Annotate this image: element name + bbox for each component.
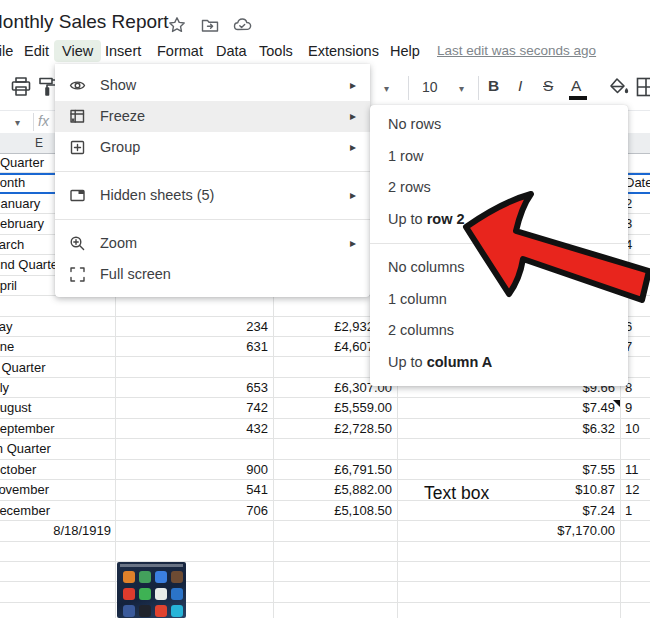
cell-gbp[interactable]: £6,791.50 (273, 460, 397, 479)
cell-label[interactable] (0, 582, 115, 601)
sheet-row[interactable]: November541£5,882.00$10.8712 (0, 480, 650, 500)
freeze-option-up-to-row-2[interactable]: Up to row 2 (370, 204, 628, 236)
sheet-row[interactable]: September432£2,728.50$6.3210 (0, 419, 650, 439)
bold-button[interactable]: B (488, 77, 499, 95)
cell-date[interactable] (620, 603, 650, 618)
borders-icon[interactable] (636, 77, 650, 97)
font-size-dropdown-caret[interactable]: ▾ (459, 83, 464, 94)
view-menu-item-freeze[interactable]: Freeze▸ (55, 101, 370, 132)
cell-label[interactable]: December (0, 501, 115, 520)
cell-gbp[interactable]: £5,882.00 (273, 480, 397, 499)
sheet-row[interactable]: December706£5,108.50$7.241 (0, 501, 650, 521)
menu-insert[interactable]: Insert (105, 43, 141, 59)
cell-gbp[interactable] (273, 603, 397, 618)
menu-edit[interactable]: Edit (24, 43, 49, 59)
cell-count[interactable]: 653 (115, 378, 273, 397)
cell-count[interactable]: 432 (115, 419, 273, 438)
print-icon[interactable] (10, 76, 32, 98)
cell-date[interactable] (620, 582, 650, 601)
cell-count[interactable]: 234 (115, 317, 273, 336)
cell-date[interactable] (620, 542, 650, 561)
cell-label[interactable]: 3rd Quarter (0, 358, 115, 377)
cell-label[interactable]: 4th Quarter (0, 439, 115, 458)
cell-label[interactable]: November (0, 480, 115, 499)
freeze-option-1-column[interactable]: 1 column (370, 284, 628, 316)
cell-gbp[interactable] (273, 521, 397, 540)
sheet-row[interactable]: October900£6,791.50$7.5511 (0, 460, 650, 480)
menu-extensions[interactable]: Extensions (308, 43, 379, 59)
cell-label[interactable]: August (0, 398, 115, 417)
cell-usd[interactable]: $7.49 (397, 398, 620, 417)
strikethrough-button[interactable]: S (543, 77, 553, 95)
cell-count[interactable]: 631 (115, 337, 273, 356)
view-menu-item-show[interactable]: Show▸ (55, 70, 370, 101)
italic-button[interactable]: I (518, 77, 522, 95)
cell-label[interactable]: September (0, 419, 115, 438)
cell-count[interactable]: 706 (115, 501, 273, 520)
cell-count[interactable] (115, 542, 273, 561)
cell-label[interactable] (0, 603, 115, 618)
menu-view[interactable]: View (54, 40, 101, 62)
cell-label[interactable] (0, 562, 115, 581)
cell-label[interactable] (0, 542, 115, 561)
cell-count[interactable] (115, 358, 273, 377)
sheet-row[interactable]: 8/18/1919$7,170.00 (0, 521, 650, 541)
cell-usd[interactable]: $7.55 (397, 460, 620, 479)
document-title[interactable]: Monthly Sales Report (0, 11, 169, 33)
font-size-value[interactable]: 10 (422, 79, 438, 95)
cell-gbp[interactable]: £2,728.50 (273, 419, 397, 438)
cell-label[interactable]: July (0, 378, 115, 397)
last-edit-status[interactable]: Last edit was seconds ago (437, 43, 596, 58)
cloud-saved-icon[interactable] (233, 16, 251, 34)
cell-usd[interactable]: $6.32 (397, 419, 620, 438)
view-menu-item-zoom[interactable]: Zoom▸ (55, 228, 370, 259)
star-icon[interactable] (168, 16, 186, 34)
cell-date[interactable] (620, 562, 650, 581)
cell-usd[interactable] (397, 603, 620, 618)
freeze-option-up-to-column-a[interactable]: Up to column A (370, 347, 628, 379)
menu-tools[interactable]: Tools (259, 43, 293, 59)
sheet-row[interactable] (0, 542, 650, 562)
cell-date[interactable] (620, 521, 650, 540)
cell-date[interactable]: 1 (620, 501, 650, 520)
menu-data[interactable]: Data (216, 43, 247, 59)
menu-help[interactable]: Help (390, 43, 420, 59)
cell-usd[interactable] (397, 562, 620, 581)
name-box-dropdown-caret[interactable]: ▾ (15, 117, 20, 128)
cell-date[interactable]: 11 (620, 460, 650, 479)
cell-count[interactable] (115, 521, 273, 540)
view-menu-item-hidden-sheets-5-[interactable]: Hidden sheets (5)▸ (55, 180, 370, 211)
menu-format[interactable]: Format (157, 43, 203, 59)
text-color-button[interactable]: A (571, 77, 581, 95)
cell-gbp[interactable]: £5,108.50 (273, 501, 397, 520)
cell-usd[interactable] (397, 582, 620, 601)
column-header-e[interactable]: E (31, 136, 47, 150)
sheet-row[interactable] (0, 562, 650, 582)
cell-gbp[interactable] (273, 562, 397, 581)
menu-file[interactable]: File (0, 43, 13, 59)
move-to-folder-icon[interactable] (201, 16, 219, 34)
cell-count[interactable] (115, 439, 273, 458)
cell-label[interactable]: October (0, 460, 115, 479)
sheet-text-box[interactable]: Text box (424, 483, 489, 504)
cell-date[interactable]: 12 (620, 480, 650, 499)
sheet-row[interactable]: August742£5,559.00$7.499 (0, 398, 650, 418)
sheet-row[interactable]: 4th Quarter (0, 439, 650, 459)
cell-usd[interactable]: $7,170.00 (397, 521, 620, 540)
cell-label[interactable]: June (0, 337, 115, 356)
cell-date[interactable] (620, 439, 650, 458)
cell-gbp[interactable] (273, 582, 397, 601)
cell-date[interactable]: 10 (620, 419, 650, 438)
cell-gbp[interactable] (273, 542, 397, 561)
fill-color-icon[interactable] (608, 77, 630, 97)
view-menu-item-group[interactable]: Group▸ (55, 132, 370, 163)
cell-label[interactable] (0, 296, 115, 315)
cell-usd[interactable] (397, 439, 620, 458)
view-menu-item-full-screen[interactable]: Full screen (55, 259, 370, 290)
sheet-row[interactable] (0, 603, 650, 618)
cell-date[interactable]: 9 (620, 398, 650, 417)
freeze-option-1-row[interactable]: 1 row (370, 141, 628, 173)
cell-gbp[interactable] (273, 439, 397, 458)
freeze-option-2-rows[interactable]: 2 rows (370, 172, 628, 204)
cell-gbp[interactable]: £5,559.00 (273, 398, 397, 417)
